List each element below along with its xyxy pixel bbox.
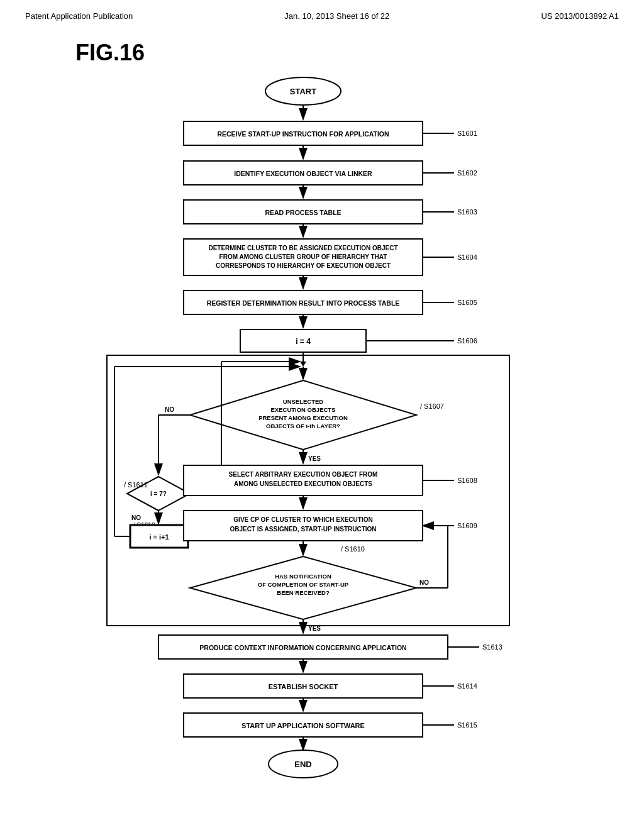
s1613-id: S1613 [482,643,502,651]
s1607-line1: UNSELECTED [283,398,324,405]
s1606-label: i = 4 [296,337,311,346]
s1608-line1: SELECT ARBITRARY EXECUTION OBJECT FROM [229,471,378,478]
s1604-line1: DETERMINE CLUSTER TO BE ASSIGNED EXECUTI… [208,245,397,252]
s1607-line3: PRESENT AMONG EXECUTION [258,414,348,421]
header-right: US 2013/0013892 A1 [541,11,619,21]
s1615-id: S1615 [457,721,477,729]
s1602-label: IDENTIFY EXECUTION OBJECT VIA LINKER [234,170,372,177]
s1610-id: / S1610 [341,545,365,553]
start-label: START [290,87,316,96]
s1606-id: S1606 [457,337,477,345]
s1608-id: S1608 [457,477,477,484]
s1611-id: / S1611 [124,481,148,489]
s1610-line1: HAS NOTIFICATION [275,573,331,580]
yes-label-s1607: YES [308,455,321,462]
s1614-label: ESTABLISH SOCKET [269,683,338,690]
s1610-line2: OF COMPLETION OF START-UP [258,581,349,588]
no-label-s1611: NO [131,514,141,521]
s1612-label: i = i+1 [149,533,169,541]
s1609-id: S1609 [457,522,477,529]
page-header: Patent Application Publication Jan. 10, … [0,0,644,27]
s1608-line2: AMONG UNSELECTED EXECUTION OBJECTS [234,480,372,487]
s1602-id: S1602 [457,169,477,177]
header-left: Patent Application Publication [25,11,133,21]
svg-marker-43 [190,556,416,619]
end-label: END [294,760,311,769]
s1611-label: i = 7? [150,490,167,497]
s1601-id: S1601 [457,130,477,137]
diagram-area: FIG.16 START RECEIVE START-UP INSTRUCTIO… [0,27,644,827]
s1607-line4: OBJECTS OF i-th LAYER? [266,423,340,429]
header-center: Jan. 10, 2013 Sheet 16 of 22 [284,11,389,21]
s1603-label: READ PROCESS TABLE [265,209,341,216]
s1605-label: REGISTER DETERMINATION RESULT INTO PROCE… [207,299,400,307]
s1603-id: S1603 [457,208,477,216]
no-label-s1610: NO [419,579,429,586]
no-label-s1607: NO [165,406,174,413]
flowchart: START RECEIVE START-UP INSTRUCTION FOR A… [96,72,548,814]
s1601-label: RECEIVE START-UP INSTRUCTION FOR APPLICA… [217,130,389,138]
s1609-line2: OBJECT IS ASSIGNED, START-UP INSTRUCTION [230,526,376,533]
svg-marker-21 [300,362,306,367]
s1605-id: S1605 [457,299,477,306]
s1610-line3: BEEN RECEIVED? [277,589,330,596]
s1607-id: / S1607 [420,402,444,410]
s1607-line2: EXECUTION OBJECTS [271,406,336,413]
s1614-id: S1614 [457,682,477,690]
s1604-id: S1604 [457,253,477,261]
s1609-line1: GIVE CP OF CLUSTER TO WHICH EXECUTION [233,516,372,523]
s1615-label: START UP APPLICATION SOFTWARE [242,722,365,729]
s1604-line3: CORRESPONDS TO HIERARCHY OF EXECUTION OB… [216,262,391,269]
s1604-line2: FROM AMONG CLUSTER GROUP OF HIERARCHY TH… [219,253,387,260]
s1613-label: PRODUCE CONTEXT INFORMATION CONCERNING A… [199,644,406,651]
figure-title: FIG.16 [75,40,145,66]
